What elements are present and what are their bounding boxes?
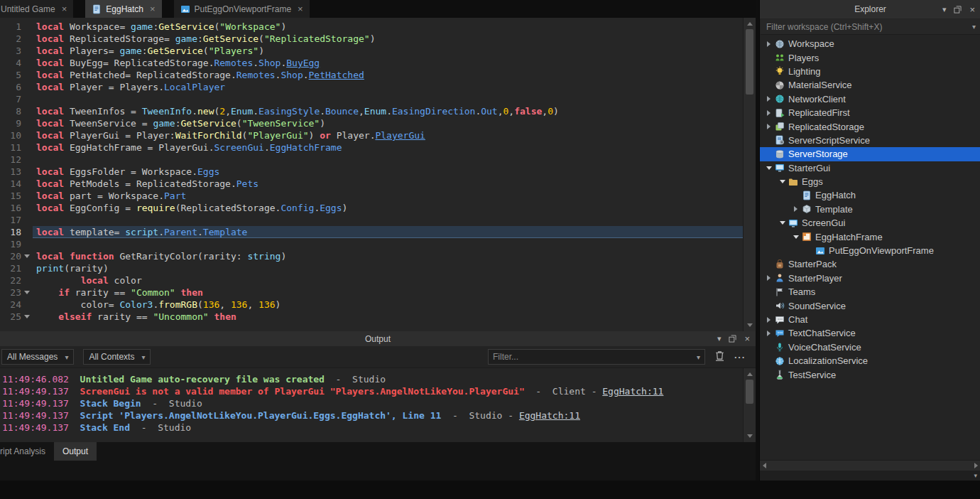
editor-tab-egghatch[interactable]: EggHatch× <box>85 0 161 18</box>
code-line[interactable]: 3local Players= game:GetService("Players… <box>0 45 743 57</box>
fold-arrow-icon[interactable] <box>24 291 30 294</box>
code-line[interactable]: 20local function GetRarityColor(rarity: … <box>0 250 743 262</box>
tree-item-players[interactable]: Players <box>760 50 980 64</box>
tree-item-replicatedstorage[interactable]: ReplicatedStorage <box>760 119 980 133</box>
tree-item-egghatchframe[interactable]: EggHatchFrame <box>760 230 980 243</box>
output-collapse-chevron-icon[interactable]: ▾ <box>717 335 722 343</box>
editor-tab-untitled-game[interactable]: Untitled Game× <box>0 0 73 18</box>
code-line[interactable]: 2local ReplicatedStorage= game:GetServic… <box>0 33 743 45</box>
explorer-filter-input[interactable] <box>761 22 972 32</box>
code-line[interactable]: 25 elseif rarity == "Uncommon" then <box>0 311 743 323</box>
collapse-arrow-icon[interactable] <box>791 232 800 242</box>
code-line[interactable]: 21print(rarity) <box>0 262 743 274</box>
clear-output-button[interactable] <box>714 350 726 365</box>
output-link[interactable]: EggHatch:11 <box>602 386 663 397</box>
collapse-arrow-icon[interactable] <box>778 218 787 227</box>
tree-item-starterpack[interactable]: StarterPack <box>760 257 980 271</box>
code-line[interactable]: 24 color= Color3.fromRGB(136, 136, 136) <box>0 299 743 311</box>
tree-item-workspace[interactable]: Workspace <box>760 37 980 50</box>
scroll-up-arrow-icon[interactable] <box>747 22 753 26</box>
messages-filter-dropdown[interactable]: All Messages ▾ <box>1 349 74 365</box>
output-close-icon[interactable]: × <box>744 334 750 343</box>
tree-item-teams[interactable]: Teams <box>760 285 980 299</box>
fold-column[interactable] <box>21 250 33 262</box>
code-line[interactable]: 19 <box>0 238 743 250</box>
code-line[interactable]: 13local EggsFolder = Workspace.Eggs <box>0 166 743 178</box>
tree-item-chat[interactable]: Chat <box>760 313 980 326</box>
tree-item-screengui[interactable]: ScreenGui <box>760 216 980 230</box>
code-line[interactable]: 15local part = Workspace.Part <box>0 190 743 202</box>
scroll-left-arrow-icon[interactable] <box>763 463 766 468</box>
tree-item-textchatservice[interactable]: TextChatService <box>760 326 980 340</box>
tree-item-testservice[interactable]: TestService <box>760 367 980 381</box>
editor-scrollbar-thumb[interactable] <box>746 29 753 95</box>
tree-item-template[interactable]: Template <box>760 203 980 216</box>
expand-arrow-icon[interactable] <box>764 108 773 117</box>
expand-arrow-icon[interactable] <box>764 315 773 324</box>
contexts-filter-dropdown[interactable]: All Contexts ▾ <box>83 349 151 365</box>
code-line[interactable]: 10local PlayerGui = Player:WaitForChild(… <box>0 129 743 141</box>
code-line[interactable]: 16local EggConfig = require(ReplicatedSt… <box>0 202 743 214</box>
fold-arrow-icon[interactable] <box>24 254 30 258</box>
fold-arrow-icon[interactable] <box>24 315 30 318</box>
chevron-down-icon[interactable]: ▾ <box>697 353 700 361</box>
tree-item-lighting[interactable]: Lighting <box>760 65 980 78</box>
explorer-float-window-icon[interactable] <box>954 6 962 14</box>
tree-item-serverscriptservice[interactable]: ServerScriptService <box>760 134 980 147</box>
editor-vertical-scrollbar[interactable] <box>743 18 756 331</box>
expand-arrow-icon[interactable] <box>764 39 773 48</box>
scroll-right-arrow-icon[interactable] <box>974 463 978 468</box>
tree-item-eggs[interactable]: Eggs <box>760 175 980 188</box>
tree-item-serverstorage[interactable]: ServerStorage <box>760 147 980 161</box>
code-line[interactable]: 22 local color <box>0 274 743 286</box>
code-line[interactable]: 6local Player = Players.LocalPlayer <box>0 81 743 93</box>
explorer-close-icon[interactable]: × <box>969 5 975 14</box>
code-line[interactable]: 14local PetModels = ReplicatedStorage.Pe… <box>0 178 743 190</box>
expand-arrow-icon[interactable] <box>764 328 773 338</box>
tree-item-puteggonviewportframe[interactable]: PutEggOnViewportFrame <box>760 244 980 257</box>
expand-arrow-icon[interactable] <box>764 122 773 132</box>
output-link[interactable]: EggHatch:11 <box>519 410 580 421</box>
tree-item-voicechatservice[interactable]: VoiceChatService <box>760 340 980 354</box>
tree-item-egghatch[interactable]: EggHatch <box>760 188 980 202</box>
scroll-down-arrow-icon[interactable] <box>747 323 753 327</box>
tab-close-icon[interactable]: × <box>150 4 156 14</box>
code-line[interactable]: 8local TweenInfos = TweenInfo.new(2,Enum… <box>0 105 743 117</box>
output-filter-input[interactable] <box>489 352 697 362</box>
tree-item-localizationservice[interactable]: LocalizationService <box>760 354 980 367</box>
code-line[interactable]: 12 <box>0 154 743 166</box>
output-scrollbar-thumb[interactable] <box>746 380 753 404</box>
bottom-tab-script-analysis[interactable]: Script Analysis <box>0 442 54 461</box>
tree-item-starterplayer[interactable]: StarterPlayer <box>760 272 980 285</box>
code-line[interactable]: 18local template= script.Parent.Template <box>0 226 743 238</box>
code-line[interactable]: 7 <box>0 93 743 105</box>
tree-item-materialservice[interactable]: MaterialService <box>760 78 980 92</box>
code-line[interactable]: 1local Workspace= game:GetService("Works… <box>0 21 743 33</box>
fold-column[interactable] <box>21 286 33 299</box>
fold-column[interactable] <box>21 311 33 323</box>
expand-arrow-icon[interactable] <box>764 95 773 104</box>
output-options-button[interactable]: ··· <box>734 352 746 363</box>
bottom-tab-output[interactable]: Output <box>54 442 97 461</box>
code-line[interactable]: 11local EggHatchFrame = PlayerGui.Screen… <box>0 141 743 154</box>
tab-close-icon[interactable]: × <box>62 4 67 14</box>
code-line[interactable]: 9local TweenService = game:GetService("T… <box>0 117 743 129</box>
explorer-collapse-chevron-icon[interactable]: ▾ <box>942 6 947 14</box>
script-editor[interactable]: 1local Workspace= game:GetService("Works… <box>0 18 756 331</box>
tab-close-icon[interactable]: × <box>298 4 303 14</box>
collapse-arrow-icon[interactable] <box>764 163 773 173</box>
tree-item-soundservice[interactable]: SoundService <box>760 299 980 312</box>
code-line[interactable]: 5local PetHatched= ReplicatedStorage.Rem… <box>0 69 743 81</box>
output-float-window-icon[interactable] <box>729 335 736 343</box>
explorer-horizontal-scrollbar[interactable] <box>760 460 980 471</box>
code-line[interactable]: 17 <box>0 214 743 226</box>
expand-arrow-icon[interactable] <box>791 205 800 214</box>
scroll-down-arrow-icon[interactable] <box>747 434 753 438</box>
scroll-up-arrow-icon[interactable] <box>747 372 753 376</box>
editor-tab-puteggonviewportframe[interactable]: PutEggOnViewportFrame× <box>174 0 310 18</box>
code-line[interactable]: 23 if rarity == "Common" then <box>0 286 743 299</box>
tree-item-networkclient[interactable]: NetworkClient <box>760 92 980 106</box>
code-line[interactable]: 4local BuyEgg= ReplicatedStorage.Remotes… <box>0 57 743 69</box>
panel-chevron-down-icon[interactable]: ▾ <box>974 473 977 479</box>
chevron-down-icon[interactable]: ▾ <box>972 23 976 31</box>
